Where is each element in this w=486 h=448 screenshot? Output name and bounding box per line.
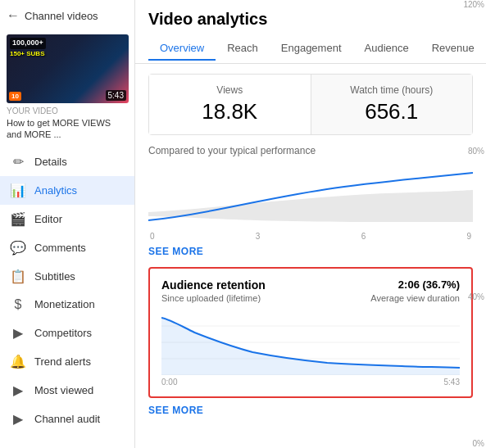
views-value: 18.8K bbox=[162, 99, 298, 124]
chart-xaxis: 0 3 6 9 bbox=[148, 232, 473, 241]
retention-title: Audience retention bbox=[161, 278, 266, 292]
sidebar-item-details[interactable]: ✏ Details bbox=[0, 147, 134, 176]
monetization-icon: $ bbox=[10, 297, 26, 312]
competitors-icon: ▶ bbox=[10, 325, 26, 341]
xaxis-0: 0 bbox=[150, 232, 155, 241]
tab-overview[interactable]: Overview bbox=[148, 37, 216, 61]
watch-time-stat: Watch time (hours) 656.1 bbox=[311, 75, 473, 134]
retention-xaxis-start: 0:00 bbox=[161, 378, 177, 387]
sidebar-item-competitors[interactable]: ▶ Competitors bbox=[0, 319, 134, 347]
main-scroll-area: Views 18.8K Watch time (hours) 656.1 Com… bbox=[135, 64, 486, 448]
sidebar: ← Channel videos 100,000+ 150+ SUBS 10 5… bbox=[0, 0, 135, 448]
video-card: 100,000+ 150+ SUBS 10 5:43 Your video Ho… bbox=[0, 31, 134, 147]
sidebar-item-trend-alerts[interactable]: 🔔 Trend alerts bbox=[0, 347, 134, 376]
channel-audit-icon: ▶ bbox=[10, 411, 26, 427]
retention-card: Audience retention 2:06 (36.7%) Since up… bbox=[148, 267, 473, 398]
sidebar-item-comments[interactable]: 💬 Comments bbox=[0, 233, 134, 262]
retention-duration: 2:06 (36.7%) bbox=[398, 278, 460, 291]
sidebar-item-channel-audit[interactable]: ▶ Channel audit bbox=[0, 405, 134, 433]
main-content-area: Video analytics Overview Reach Engagemen… bbox=[135, 0, 486, 448]
video-info: Your video How to get MORE VIEWS and MOR… bbox=[7, 106, 128, 141]
retention-subtitle: Since uploaded (lifetime) Average view d… bbox=[161, 293, 460, 303]
page-title: Video analytics bbox=[148, 10, 473, 29]
views-stat: Views 18.8K bbox=[149, 75, 311, 134]
retention-xaxis: 0:00 5:43 bbox=[161, 378, 460, 387]
sidebar-item-analytics[interactable]: 📊 Analytics bbox=[0, 176, 134, 205]
main-header: Video analytics Overview Reach Engagemen… bbox=[135, 0, 486, 64]
thumbnail-badge: 10 bbox=[9, 92, 21, 101]
tabs-bar: Overview Reach Engagement Audience Reven… bbox=[148, 37, 473, 60]
retention-subtitle-right: Average view duration bbox=[370, 293, 460, 303]
xaxis-6: 6 bbox=[361, 232, 366, 241]
sidebar-item-settings[interactable]: ⚙ Settings bbox=[0, 440, 134, 448]
back-icon: ← bbox=[7, 8, 20, 23]
your-video-label: Your video bbox=[7, 106, 128, 115]
retention-see-more-button[interactable]: SEE MORE bbox=[148, 405, 473, 416]
video-thumbnail: 100,000+ 150+ SUBS 10 5:43 bbox=[7, 34, 129, 103]
watch-time-label: Watch time (hours) bbox=[325, 84, 460, 96]
retention-subtitle-left: Since uploaded (lifetime) bbox=[161, 293, 261, 303]
yaxis-80: 80% bbox=[461, 147, 484, 156]
tab-reach[interactable]: Reach bbox=[216, 37, 270, 61]
views-label: Views bbox=[162, 84, 298, 96]
subtitles-icon: 📋 bbox=[10, 269, 26, 284]
typical-performance-text: Compared to your typical performance bbox=[148, 145, 473, 156]
sidebar-item-most-viewed[interactable]: ▶ Most viewed bbox=[0, 376, 134, 405]
retention-chart-area: 120% 80% 40% 0% bbox=[161, 310, 460, 375]
thumbnail-duration: 5:43 bbox=[106, 90, 126, 101]
details-icon: ✏ bbox=[10, 154, 26, 170]
see-more-button[interactable]: SEE MORE bbox=[148, 246, 473, 257]
yaxis-40: 40% bbox=[461, 292, 484, 301]
tab-audience[interactable]: Audience bbox=[353, 37, 420, 61]
trend-alerts-icon: 🔔 bbox=[10, 354, 26, 369]
sidebar-item-monetization[interactable]: $ Monetization bbox=[0, 291, 134, 319]
thumbnail-subs: 150+ SUBS bbox=[10, 50, 125, 57]
retention-chart bbox=[161, 310, 460, 375]
watch-time-value: 656.1 bbox=[325, 99, 460, 124]
editor-icon: 🎬 bbox=[10, 211, 26, 227]
tab-engagement[interactable]: Engagement bbox=[270, 37, 353, 61]
analytics-icon: 📊 bbox=[10, 183, 26, 198]
xaxis-3: 3 bbox=[256, 232, 261, 241]
retention-header: Audience retention 2:06 (36.7%) bbox=[161, 278, 460, 292]
back-nav[interactable]: ← Channel videos bbox=[0, 0, 134, 31]
sidebar-item-subtitles[interactable]: 📋 Subtitles bbox=[0, 262, 134, 291]
back-label: Channel videos bbox=[25, 10, 98, 22]
most-viewed-icon: ▶ bbox=[10, 382, 26, 398]
thumbnail-views: 100,000+ bbox=[10, 38, 46, 49]
yaxis-0: 0% bbox=[461, 439, 484, 448]
retention-xaxis-end: 5:43 bbox=[444, 378, 460, 387]
sidebar-item-editor[interactable]: 🎬 Editor bbox=[0, 205, 134, 233]
comments-icon: 💬 bbox=[10, 240, 26, 256]
stats-row: Views 18.8K Watch time (hours) 656.1 bbox=[148, 74, 473, 135]
retention-yaxis: 120% 80% 40% 0% bbox=[460, 64, 486, 448]
video-title: How to get MORE VIEWS and MORE ... bbox=[7, 117, 128, 141]
overview-chart bbox=[148, 163, 473, 229]
